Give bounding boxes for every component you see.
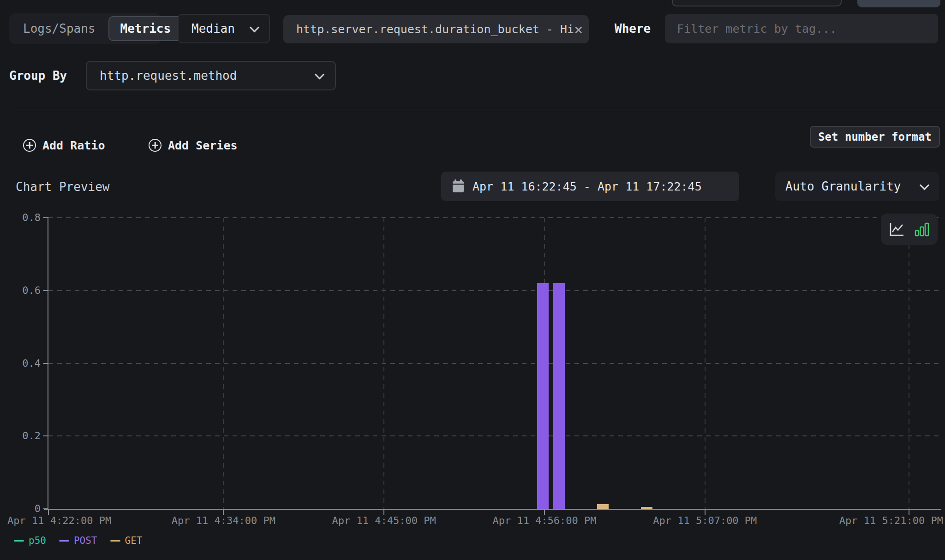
chevron-down-icon xyxy=(250,23,259,32)
y-tickmark-0.6 xyxy=(43,290,48,291)
legend-label: GET xyxy=(125,535,143,546)
source-toggle-group: Logs/Spans Metrics xyxy=(9,13,161,44)
granularity-value: Auto Granularity xyxy=(785,179,901,193)
legend-dash-icon xyxy=(14,540,24,542)
y-tickmark-0 xyxy=(43,508,48,509)
x-tick-label: Apr 11 4:45:00 PM xyxy=(326,514,442,527)
line-chart-icon[interactable] xyxy=(889,221,905,238)
remove-metric-icon[interactable]: × xyxy=(574,22,583,37)
legend-dash-icon xyxy=(110,540,120,542)
x-tickmark-4 xyxy=(705,510,706,515)
cropped-top-button[interactable] xyxy=(857,0,940,7)
bar-GET-1 xyxy=(641,507,652,509)
y-tick-label: 0.4 xyxy=(6,357,41,370)
metric-chip-label: http.server.request.duration_bucket - Hi xyxy=(296,23,574,36)
time-range-value: Apr 11 16:22:45 - Apr 11 17:22:45 xyxy=(472,180,702,193)
time-range-picker[interactable]: Apr 11 16:22:45 - Apr 11 17:22:45 xyxy=(441,172,739,201)
add-series-label: Add Series xyxy=(168,139,238,152)
set-number-format-button[interactable]: Set number format xyxy=(810,126,940,148)
y-tick-label: 0.2 xyxy=(6,429,41,443)
legend-item-p50[interactable]: p50 xyxy=(14,535,46,546)
section-divider xyxy=(9,111,945,111)
y-tick-label: 0.8 xyxy=(6,211,41,225)
x-gridline-4 xyxy=(705,218,706,509)
chart-preview-title: Chart Preview xyxy=(16,173,110,201)
granularity-select[interactable]: Auto Granularity xyxy=(775,172,939,201)
chevron-down-icon xyxy=(920,180,929,190)
cropped-top-input[interactable] xyxy=(672,0,842,6)
plus-circle-icon xyxy=(149,139,161,152)
x-tickmark-3 xyxy=(544,510,545,515)
y-gridline-0.6 xyxy=(48,290,941,291)
group-by-value: http.request.method xyxy=(100,69,237,83)
x-tickmark-0 xyxy=(48,510,49,515)
add-ratio-label: Add Ratio xyxy=(42,139,105,152)
calendar-icon xyxy=(452,179,464,193)
y-tickmark-0.2 xyxy=(43,435,48,436)
legend-dash-icon xyxy=(59,540,69,542)
group-by-label: Group By xyxy=(9,61,67,90)
toggle-metrics-label: Metrics xyxy=(120,22,171,36)
filter-tag-input[interactable] xyxy=(665,14,938,43)
plus-circle-icon xyxy=(23,139,36,152)
bar-POST-1 xyxy=(553,283,565,509)
x-gridline-3 xyxy=(544,218,545,509)
toggle-metrics[interactable]: Metrics xyxy=(108,16,183,41)
x-tick-label: Apr 11 4:56:00 PM xyxy=(487,514,602,527)
x-tick-label: Apr 11 4:22:00 PM xyxy=(7,514,123,527)
x-gridline-5 xyxy=(909,218,909,509)
where-label: Where xyxy=(615,14,651,43)
y-tickmark-0.4 xyxy=(43,363,48,364)
add-ratio-button[interactable]: Add Ratio xyxy=(23,133,105,158)
legend-item-POST[interactable]: POST xyxy=(59,535,97,546)
metric-chip[interactable]: http.server.request.duration_bucket - Hi… xyxy=(283,15,589,43)
chart-type-toggle xyxy=(881,214,938,245)
legend-label: POST xyxy=(74,535,97,546)
bar-chart-icon[interactable] xyxy=(914,221,930,238)
group-by-select[interactable]: http.request.method xyxy=(86,61,336,90)
x-tickmark-1 xyxy=(223,510,224,515)
x-tick-label: Apr 11 4:34:00 PM xyxy=(166,514,281,527)
x-tick-label: Apr 11 5:21:00 PM xyxy=(828,514,943,527)
y-axis-line xyxy=(48,218,48,510)
set-number-format-label: Set number format xyxy=(818,131,932,143)
x-axis-line xyxy=(44,509,941,510)
aggregation-value: Median xyxy=(191,22,235,36)
x-tickmark-5 xyxy=(909,510,909,515)
y-gridline-0.4 xyxy=(48,363,941,364)
toggle-logs-spans[interactable]: Logs/Spans xyxy=(12,16,107,41)
toggle-logs-spans-label: Logs/Spans xyxy=(23,22,96,36)
y-tick-label: 0.6 xyxy=(6,284,41,298)
legend-item-GET[interactable]: GET xyxy=(110,535,143,546)
bar-POST-0 xyxy=(537,283,549,509)
y-tickmark-0.8 xyxy=(43,217,48,218)
x-gridline-2 xyxy=(383,218,384,509)
y-gridline-0.2 xyxy=(48,435,941,436)
add-series-button[interactable]: Add Series xyxy=(149,133,238,158)
bar-GET-0 xyxy=(597,504,609,509)
x-tick-label: Apr 11 5:07:00 PM xyxy=(647,514,763,527)
y-tick-label: 0 xyxy=(6,502,41,516)
x-gridline-1 xyxy=(223,218,224,509)
metric-chart-builder: Logs/Spans Metrics Median http.server.re… xyxy=(0,0,945,560)
y-gridline-0.8 xyxy=(48,217,941,218)
x-tickmark-2 xyxy=(383,510,384,515)
legend-label: p50 xyxy=(29,535,46,546)
chevron-down-icon xyxy=(315,70,324,79)
chart-legend: p50POSTGET xyxy=(14,532,142,549)
aggregation-select[interactable]: Median xyxy=(178,14,270,43)
